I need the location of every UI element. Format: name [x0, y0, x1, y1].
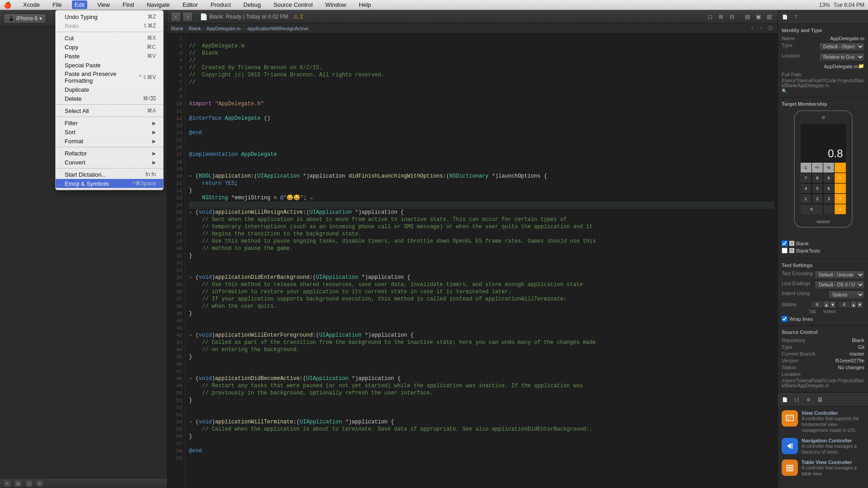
menu-item-label-delete: Delete [65, 95, 82, 102]
menu-separator [56, 32, 163, 32]
submenu-arrow-sort: ▶ [152, 130, 156, 135]
menu-item-label-convert: Convert [65, 159, 85, 166]
apple-menu[interactable]: 🍎 [4, 1, 11, 9]
menu-item-cut[interactable]: Cut⌘X [56, 33, 163, 42]
menu-separator [56, 168, 163, 169]
menu-item-label-emoji: Emoji & Symbols [65, 180, 109, 187]
menu-item-dictation[interactable]: Start Dictation...fn fn [56, 170, 163, 179]
menu-item-redo: Redo⇧⌘Z [56, 21, 163, 30]
submenu-arrow-refactor: ▶ [152, 151, 156, 156]
menu-item-label-special-paste: Special Paste [65, 62, 101, 69]
edit-menu: Undo Typing⌘ZRedo⇧⌘ZCut⌘XCopy⌘CPaste⌘VSp… [55, 10, 164, 190]
dropdown-overlay[interactable]: Undo Typing⌘ZRedo⇧⌘ZCut⌘XCopy⌘CPaste⌘VSp… [0, 10, 868, 488]
menu-item-convert[interactable]: Convert▶ [56, 158, 163, 167]
menu-item-duplicate[interactable]: Duplicate [56, 85, 163, 94]
menubar-item-source-control[interactable]: Source Control [271, 0, 316, 9]
menu-shortcut-redo: ⇧⌘Z [143, 23, 156, 29]
menu-item-select-all[interactable]: Select All⌘A [56, 106, 163, 115]
menu-item-label-duplicate: Duplicate [65, 86, 89, 93]
menu-item-label-filter: Filter [65, 120, 78, 127]
menu-item-sort[interactable]: Sort▶ [56, 127, 163, 136]
menu-item-label-undo: Undo Typing [65, 14, 98, 20]
menu-shortcut-paste: ⌘V [147, 53, 156, 59]
clock: Tue 6:04 PM [834, 2, 864, 8]
menu-item-label-select-all: Select All [65, 108, 89, 114]
menu-item-label-paste: Paste [65, 53, 80, 60]
menu-shortcut-emoji: ^⌘Space [132, 180, 156, 187]
menubar-item-navigate[interactable]: Navigate [144, 0, 172, 9]
menu-item-filter[interactable]: Filter▶ [56, 118, 163, 127]
menu-item-paste-preserve[interactable]: Paste and Preserve Formatting⌃⇧⌘V [56, 70, 163, 85]
menubar-item-window[interactable]: Window [323, 0, 349, 9]
menu-item-special-paste[interactable]: Special Paste [56, 61, 163, 70]
menu-item-paste[interactable]: Paste⌘V [56, 52, 163, 61]
menu-separator [56, 104, 163, 105]
menu-item-refactor[interactable]: Refactor▶ [56, 149, 163, 158]
menubar-item-view[interactable]: View [94, 0, 113, 9]
menu-separator [56, 147, 163, 147]
menu-shortcut-delete: ⌘⌫ [143, 95, 156, 102]
menubar-item-debug[interactable]: Debug [241, 0, 264, 9]
menu-item-label-refactor: Refactor [65, 150, 87, 157]
submenu-arrow-format: ▶ [152, 139, 156, 144]
menubar-item-edit[interactable]: Edit [72, 0, 87, 9]
menu-item-format[interactable]: Format▶ [56, 136, 163, 145]
menubar: 🍎 Xcode File Edit View Find Navigate Edi… [0, 0, 868, 10]
menu-shortcut-paste-preserve: ⌃⇧⌘V [138, 74, 156, 80]
menu-item-label-cut: Cut [65, 35, 74, 42]
menu-item-emoji[interactable]: Emoji & Symbols^⌘Space [56, 179, 163, 188]
menubar-item-file[interactable]: File [50, 0, 65, 9]
menu-item-undo[interactable]: Undo Typing⌘Z [56, 12, 163, 21]
menu-shortcut-undo: ⌘Z [147, 14, 156, 20]
menubar-item-help[interactable]: Help [356, 0, 374, 9]
menu-item-label-format: Format [65, 138, 83, 145]
menubar-item-product[interactable]: Product [208, 0, 234, 9]
submenu-arrow-convert: ▶ [152, 160, 156, 165]
menubar-item-editor[interactable]: Editor [180, 0, 201, 9]
menu-shortcut-copy: ⌘C [146, 44, 156, 50]
menu-shortcut-cut: ⌘X [147, 35, 156, 41]
menu-item-label-dictation: Start Dictation... [65, 171, 106, 178]
menu-item-label-sort: Sort [65, 129, 75, 136]
submenu-arrow-filter: ▶ [152, 121, 156, 126]
menubar-item-find[interactable]: Find [120, 0, 137, 9]
menu-item-delete[interactable]: Delete⌘⌫ [56, 94, 163, 103]
menubar-item-xcode[interactable]: Xcode [20, 0, 42, 9]
menu-separator [56, 117, 163, 117]
menu-item-label-redo: Redo [65, 23, 79, 29]
menu-item-label-copy: Copy [65, 44, 78, 51]
menu-item-label-paste-preserve: Paste and Preserve Formatting [65, 70, 138, 84]
menu-shortcut-dictation: fn fn [146, 171, 156, 178]
menu-item-copy[interactable]: Copy⌘C [56, 42, 163, 52]
battery-status: 13% [819, 2, 830, 8]
menu-shortcut-select-all: ⌘A [147, 108, 156, 114]
